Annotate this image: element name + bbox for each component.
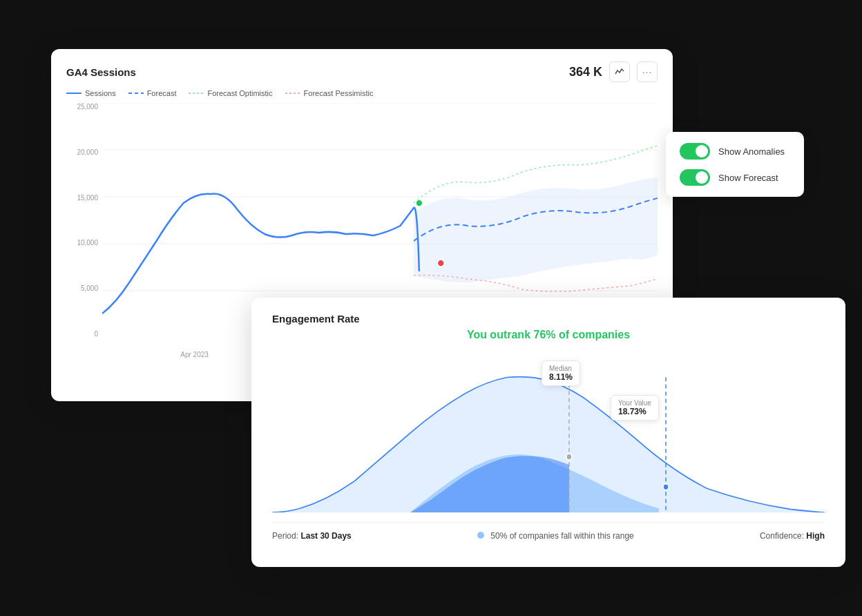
legend-forecast-pessimistic: Forecast Pessimistic [285, 89, 374, 97]
distribution-chart: Median 8.11% Your Value 18.73% [272, 354, 825, 512]
engagement-rate-card: Engagement Rate You outrank 76% of compa… [251, 298, 845, 567]
legend-forecast: Forecast [128, 89, 177, 97]
svg-point-6 [437, 260, 444, 267]
median-tooltip: Median 8.11% [542, 360, 580, 386]
toggle-popup: Show Anomalies Show Forecast [666, 132, 804, 197]
toggle-forecast-row: Show Forecast [680, 169, 790, 186]
period-value: Last 30 Days [300, 531, 351, 541]
period-label: Period: Last 30 Days [272, 531, 352, 541]
your-value-tooltip: Your Value 18.73% [611, 395, 659, 421]
confidence-value: High [806, 531, 825, 541]
legend-dot-icon [477, 532, 484, 539]
engagement-subtitle: You outrank 76% of companies [272, 329, 825, 341]
legend-line-pessimistic [285, 93, 300, 94]
card-title: GA4 Sessions [66, 66, 136, 78]
legend-line-optimistic [189, 93, 204, 94]
card-metric-value: 364 K [569, 65, 602, 79]
toggle-forecast[interactable] [680, 169, 710, 186]
median-value: 8.11% [549, 372, 573, 382]
engagement-card-title: Engagement Rate [272, 313, 825, 325]
header-right: 364 K ··· [569, 61, 658, 82]
your-value: 18.73% [618, 407, 651, 416]
svg-point-5 [416, 200, 423, 206]
your-value-label: Your Value [618, 399, 651, 407]
legend-line-sessions [66, 93, 82, 94]
y-axis: 0 5,000 10,000 15,000 20,000 25,000 [66, 103, 102, 338]
svg-point-10 [663, 484, 669, 490]
engagement-footer: Period: Last 30 Days 50% of companies fa… [272, 522, 825, 541]
legend-forecast-optimistic: Forecast Optimistic [189, 89, 272, 97]
toggle-anomalies-label: Show Anomalies [718, 146, 785, 157]
legend-line-forecast [128, 93, 144, 94]
chart-legend: Sessions Forecast Forecast Optimistic Fo… [66, 89, 658, 97]
legend-range: 50% of companies fall within this range [477, 531, 634, 541]
more-options-button[interactable]: ··· [637, 61, 658, 82]
chart-icon-button[interactable] [609, 61, 630, 82]
card-header: GA4 Sessions 364 K ··· [66, 61, 658, 82]
svg-point-8 [566, 454, 572, 460]
toggle-anomalies[interactable] [680, 143, 710, 160]
median-label: Median [549, 365, 573, 372]
toggle-forecast-label: Show Forecast [718, 173, 778, 183]
subtitle-pre: You outrank [467, 329, 534, 340]
subtitle-pct: 76% [533, 329, 555, 340]
confidence-label: Confidence: High [760, 531, 825, 541]
toggle-anomalies-row: Show Anomalies [680, 143, 790, 160]
legend-sessions: Sessions [66, 89, 116, 97]
subtitle-post: of companies [556, 329, 631, 340]
